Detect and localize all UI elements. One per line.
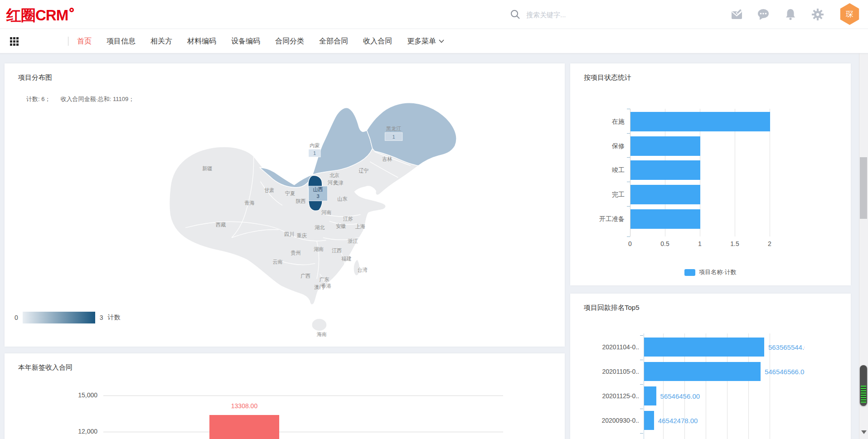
logo-text: 红圈CRM — [6, 7, 68, 24]
province-label: 西藏 — [216, 222, 226, 227]
map-color-legend: 0 3 计数 — [15, 312, 121, 323]
province-label: 甘肃 — [264, 188, 274, 193]
project-distribution-card: 项目分布图 计数: 6；收入合同金额·总和: 11109； — [5, 63, 565, 347]
nav-item-income-contracts[interactable]: 收入合同 — [363, 37, 392, 46]
top5-bar[interactable] — [644, 362, 761, 381]
category-label: 竣工 — [570, 166, 625, 174]
legend-min: 0 — [15, 314, 18, 321]
top5-bar[interactable] — [644, 411, 654, 430]
project-status-card: 按项目状态统计 00.511.52在施保修竣工完工开工准备 项目名称·计数 — [570, 63, 851, 285]
x-tick-label: 1 — [698, 240, 702, 247]
province-value: 1 — [313, 150, 316, 156]
category-label: 保修 — [570, 142, 625, 150]
scrollbar-thumb[interactable] — [860, 157, 867, 219]
category-label: 在施 — [570, 118, 625, 126]
nav-item-equipment-code[interactable]: 设备编码 — [231, 37, 260, 46]
province-label: 河南 — [321, 210, 331, 215]
main-nav: 首页 项目信息 相关方 材料编码 设备编码 合同分类 全部合同 收入合同 更多菜… — [0, 29, 868, 53]
province-label: 陕西 — [296, 198, 306, 204]
axis-tick — [640, 335, 643, 336]
global-search — [510, 7, 682, 22]
province-label: 山东 — [337, 196, 348, 202]
category-label: 20200930-0.. — [570, 417, 639, 424]
chevron-down-icon — [439, 39, 444, 43]
status-bar[interactable] — [630, 136, 700, 156]
year-bar[interactable] — [209, 415, 279, 439]
province-label: 山西 — [313, 187, 323, 192]
legend-unit: 计数 — [108, 314, 121, 322]
status-bar[interactable] — [630, 185, 700, 204]
province-label: 海南 — [317, 331, 327, 337]
top5-bar[interactable] — [644, 386, 656, 405]
apps-grid-icon[interactable] — [10, 37, 19, 46]
status-bar[interactable] — [630, 112, 770, 131]
province-label: 云南 — [273, 259, 283, 265]
province-label: 黑龙江 — [386, 126, 402, 131]
province-label: 香港 — [321, 283, 331, 289]
province-label: 湖南 — [313, 246, 324, 252]
y-gridline — [103, 396, 503, 396]
app-logo[interactable]: 红圈CRM — [6, 5, 74, 26]
avatar-text: 琛 — [846, 9, 853, 19]
nav-item-more-menu[interactable]: 更多菜单 — [407, 37, 444, 46]
axis-tick — [640, 409, 643, 409]
nav-items: 首页 项目信息 相关方 材料编码 设备编码 合同分类 全部合同 收入合同 更多菜… — [77, 29, 444, 53]
status-bar[interactable] — [630, 160, 700, 180]
app-header: 红圈CRM 琛 — [0, 0, 868, 29]
nav-item-related-party[interactable]: 相关方 — [150, 37, 172, 46]
mail-icon[interactable] — [731, 8, 743, 21]
province-label: 辽宁 — [359, 168, 369, 174]
top5-chart: 20201104-0..563565544.0020201105-0..5465… — [570, 294, 805, 439]
scroll-widget[interactable] — [860, 365, 867, 406]
legend-label: 项目名称·计数 — [699, 268, 736, 276]
nav-item-project-info[interactable]: 项目信息 — [107, 37, 136, 46]
province-value: 1 — [392, 134, 395, 140]
province-label: 江西 — [332, 247, 342, 253]
bell-icon[interactable] — [784, 8, 797, 21]
status-bar[interactable] — [630, 209, 700, 229]
map-stat-sum: 收入合同金额·总和: 11109； — [60, 96, 134, 102]
category-label: 20201104-0.. — [570, 343, 639, 351]
scrollbar-down-arrow-icon[interactable] — [861, 430, 867, 434]
logo-ring-icon — [69, 8, 74, 12]
nav-item-home[interactable]: 首页 — [77, 37, 92, 46]
category-label: 完工 — [570, 191, 625, 199]
search-input[interactable] — [526, 11, 662, 19]
axis-tick — [640, 384, 643, 385]
province-label: 青海 — [244, 200, 254, 206]
nav-item-contract-category[interactable]: 合同分类 — [275, 37, 304, 46]
user-avatar[interactable]: 琛 — [839, 3, 860, 25]
x-tick-label: 1.5 — [730, 240, 739, 247]
province-label: 重庆 — [297, 233, 307, 238]
axis-tick — [627, 206, 630, 207]
scroll-widget-stripes-icon — [861, 386, 866, 403]
y-gridline — [103, 432, 503, 432]
nav-divider — [68, 37, 68, 46]
axis-tick — [627, 133, 630, 134]
bar-value-label: 46542478.00 — [658, 417, 698, 425]
top5-bar[interactable] — [644, 338, 764, 357]
map-stats: 计数: 6；收入合同金额·总和: 11109； — [26, 95, 144, 103]
bar-value-label: 56546456.00 — [660, 392, 700, 400]
map-card-title: 项目分布图 — [18, 73, 52, 82]
province-label: 贵州 — [291, 250, 301, 255]
chat-icon[interactable] — [757, 8, 770, 21]
province-label: 湖北 — [314, 224, 325, 230]
nav-item-material-code[interactable]: 材料编码 — [187, 37, 216, 46]
nav-item-all-contracts[interactable]: 全部合同 — [319, 37, 348, 46]
province-label: 新疆 — [202, 166, 212, 171]
axis-tick — [640, 360, 643, 360]
province-label: 江苏 — [343, 216, 353, 222]
region-hainan — [312, 318, 327, 331]
legend-gradient-bar[interactable] — [23, 312, 95, 323]
axis-tick — [627, 109, 630, 109]
settings-gear-icon[interactable] — [811, 8, 824, 21]
status-chart-legend[interactable]: 项目名称·计数 — [570, 268, 851, 276]
status-card-title: 按项目状态统计 — [584, 73, 631, 82]
province-label: 北京 — [330, 173, 339, 178]
province-label: 浙江 — [347, 238, 358, 244]
province-label: 安徽 — [336, 223, 346, 229]
y-tick-label: 12,000 — [61, 428, 97, 435]
legend-max: 3 — [100, 314, 103, 321]
province-label: 天津 — [333, 180, 344, 186]
